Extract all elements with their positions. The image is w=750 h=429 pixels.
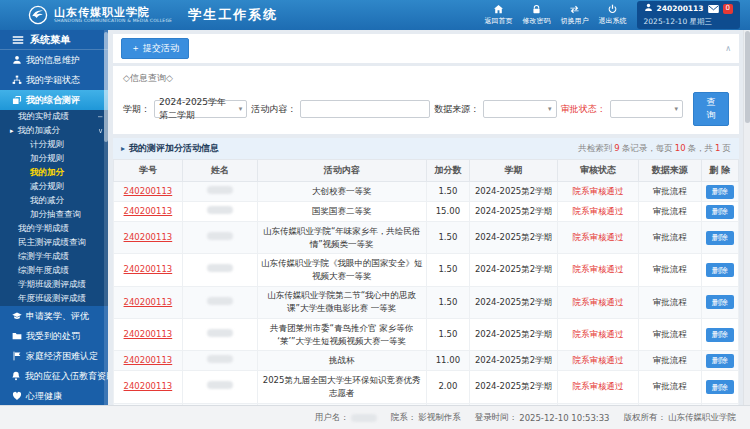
sidebar-item[interactable]: 加分规则 [0,152,108,166]
term-cell: 2024-2025第2学期 [470,286,558,318]
column-header: 学期 [470,160,558,182]
activity-content-cell: 共青团莱州市委“青鸟推介官 家乡等你‘莱’”大学生短视频视频大赛一等奖 [257,319,426,351]
activity-content-cell: 2025第九届全国大学生环保知识竞赛优秀志愿者 [257,371,426,403]
sidebar-item[interactable]: ▸ 我的加减分 ∨ [0,124,108,138]
sidebar-item[interactable]: 我的应征入伍教育资助 [0,366,108,386]
sidebar-item[interactable]: 加分抽查查询 [0,208,108,222]
approval-flow-link[interactable]: 审批流程 [653,264,687,274]
score-cell: 1.50 [426,286,470,318]
home-icon [493,4,504,15]
sidebar-item[interactable]: 综测学年成绩 [0,250,108,264]
switch-user-icon [569,4,580,15]
sidebar-item-label: 我的实时成绩 [18,111,69,123]
menu-title: 系统菜单 [30,33,70,47]
approval-status-select[interactable]: ▾ [610,100,683,118]
mail-icon[interactable] [708,5,719,13]
term-select[interactable]: 2024-2025学年第二学期 ▾ [154,100,247,118]
term-cell: 2024-2025第2学期 [470,351,558,371]
delete-button[interactable]: 删除 [706,185,734,199]
student-name [207,329,233,337]
delete-button[interactable]: 删除 [706,263,734,277]
sidebar-item-label: 我的学籍状态 [26,74,80,87]
student-id-link[interactable]: 240200113 [124,381,173,391]
college-logo-icon [28,5,48,25]
column-header: 删 除 [701,160,739,182]
expand-icon: ▸ [121,144,125,153]
sidebar-item[interactable]: 综测年度成绩 [0,264,108,278]
student-id-link[interactable]: 240200113 [124,297,173,307]
student-id-link[interactable]: 240200113 [124,186,173,196]
approval-flow-link[interactable]: 审批流程 [653,355,687,365]
header-nav-button[interactable]: 返回首页 [485,4,513,26]
approval-flow-link[interactable]: 审批流程 [653,186,687,196]
column-header: 加分数 [426,160,470,182]
footer-dept-label: 院系： [391,412,417,424]
sidebar-item[interactable]: 我的信息维护 [0,50,108,70]
sidebar-item-label: 加分规则 [30,153,64,165]
delete-button[interactable]: 删除 [706,295,734,309]
approval-flow-link[interactable]: 审批流程 [653,232,687,242]
header-nav: 返回首页 修改密码 切换用户 退出系统 [485,4,627,26]
sidebar-item[interactable]: 我的学籍状态 [0,70,108,90]
term-cell: 2024-2025第2学期 [470,222,558,254]
sidebar-item[interactable]: 家庭经济困难认定 [0,346,108,366]
header-nav-button[interactable]: 修改密码 [523,4,551,26]
sidebar-item[interactable]: 我的加分 [0,166,108,180]
folder-icon [11,331,22,341]
results-table: 学号姓名活动内容加分数学期审核状态数据来源删 除 240200113 大创校赛一… [113,159,739,405]
results-panel: ▸我的测评加分活动信息 共检索到9条记录，每页10条，共1页 学号姓名活动内容加… [113,138,739,405]
page-scroll-thumb[interactable] [745,31,750,123]
submit-activity-button[interactable]: ＋ 提交活动 [121,38,189,59]
user-chip[interactable]: 240200113 0 2025-12-10 星期三 [637,1,740,29]
student-id-link[interactable]: 240200113 [124,264,173,274]
student-id-link[interactable]: 240200113 [124,329,173,339]
score-cell: 1.50 [426,182,470,202]
sidebar-item[interactable]: 心理健康 [0,386,108,405]
term-cell: 2024-2025第2学期 [470,182,558,202]
delete-button[interactable]: 删除 [706,328,734,342]
collapse-icon[interactable]: ∧ [725,44,731,53]
sidebar-item[interactable]: 我受到的处罚 [0,326,108,346]
activity-content-input[interactable] [300,100,430,118]
data-source-select[interactable]: ▾ [483,100,556,118]
heart-icon [11,391,22,401]
sidebar-item[interactable]: 我的综合测评 [0,90,108,110]
delete-button[interactable]: 删除 [706,231,734,245]
sidebar-item[interactable]: 申请奖学、评优 [0,306,108,326]
student-id-link[interactable]: 240200113 [124,232,173,242]
table-row: 240200113 挑战杯 11.00 2024-2025第2学期 院系审核通过… [114,351,739,371]
status-cell: 院系审核通过 [557,371,638,403]
delete-button[interactable]: 删除 [706,354,734,368]
search-button[interactable]: 查 询 [693,92,729,126]
approval-flow-link[interactable]: 审批流程 [653,329,687,339]
sidebar-menu-header[interactable]: 系统菜单 [0,30,108,50]
student-id-link[interactable]: 240200113 [124,206,173,216]
approval-flow-link[interactable]: 审批流程 [653,297,687,307]
sidebar-item[interactable]: 学期班级测评成绩 [0,278,108,292]
approval-status-label: 审批状态： [561,103,606,116]
header-nav-button[interactable]: 退出系统 [599,4,627,26]
sidebar-item[interactable]: 计分规则 [0,138,108,152]
column-header: 活动内容 [257,160,426,182]
student-name [207,186,233,194]
page-scrollbar[interactable] [743,30,750,405]
header-nav-label: 修改密码 [523,16,551,26]
sidebar-item[interactable]: 我的实时成绩 − [0,110,108,124]
app-window: 山东传媒职业学院 SHANDONG COMMUNICATION & MEDIA … [0,0,750,429]
sidebar-item[interactable]: 年度班级测评成绩 [0,292,108,306]
cap-icon [11,311,22,321]
delete-button[interactable]: 删除 [706,205,734,219]
flag-icon [11,351,22,361]
sidebar-item[interactable]: 我的学期成绩 [0,222,108,236]
delete-button[interactable]: 删除 [706,380,734,394]
header-nav-button[interactable]: 切换用户 [561,4,589,26]
sidebar-item[interactable]: 我的减分 [0,194,108,208]
top-header: 山东传媒职业学院 SHANDONG COMMUNICATION & MEDIA … [0,0,750,30]
approval-flow-link[interactable]: 审批流程 [653,381,687,391]
student-id-link[interactable]: 240200113 [124,355,173,365]
current-marker-icon: ▸ [10,127,14,135]
score-cell: 1.50 [426,319,470,351]
sidebar-item[interactable]: 减分规则 [0,180,108,194]
approval-flow-link[interactable]: 审批流程 [653,206,687,216]
sidebar-item[interactable]: 民主测评成绩查询 [0,236,108,250]
